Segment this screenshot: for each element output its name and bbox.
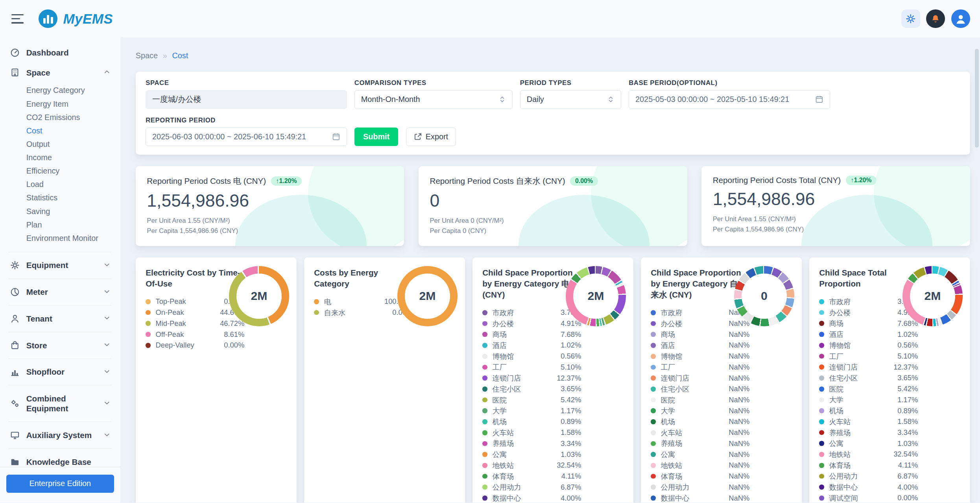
reporting-period-input[interactable]: 2025-06-03 00:00:00 ~ 2025-06-10 15:49:2…	[146, 128, 347, 146]
legend-item[interactable]: 酒店1.02%	[482, 340, 581, 351]
legend-item[interactable]: 公寓NaN%	[651, 449, 749, 460]
legend-label: 体育场	[661, 472, 683, 481]
legend-item[interactable]: 酒店NaN%	[651, 340, 749, 351]
legend-item[interactable]: 连锁门店12.37%	[482, 373, 581, 384]
settings-button[interactable]	[901, 9, 920, 28]
legend-item[interactable]: Off-Peak8.61%	[146, 329, 244, 340]
legend-item[interactable]: 工厂NaN%	[651, 362, 749, 373]
legend-item[interactable]: 机场NaN%	[651, 416, 749, 427]
nav-divider	[9, 385, 111, 385]
legend-dot-icon	[819, 299, 824, 304]
legend-label: 公寓	[829, 438, 844, 448]
legend-item[interactable]: 公用动力6.87%	[482, 482, 581, 493]
sidebar-item-store[interactable]: Store	[0, 335, 120, 355]
sidebar-item-output[interactable]: Output	[0, 137, 120, 151]
legend-item[interactable]: 地铁站32.54%	[482, 460, 581, 471]
sidebar-item-load[interactable]: Load	[0, 178, 120, 191]
legend-item[interactable]: 博物馆NaN%	[651, 351, 749, 362]
user-avatar[interactable]	[951, 9, 970, 28]
legend-item[interactable]: 医院NaN%	[651, 394, 749, 405]
legend-dot-icon	[482, 310, 487, 315]
sidebar-item-equipment[interactable]: Equipment	[0, 255, 120, 276]
legend-item[interactable]: 医院5.42%	[482, 394, 581, 405]
sidebar-item-plan[interactable]: Plan	[0, 218, 120, 231]
legend-item[interactable]: 公用动力NaN%	[651, 482, 749, 493]
sidebar-item-energy-item[interactable]: Energy Item	[0, 97, 120, 111]
enterprise-edition-button[interactable]: Enterprise Edition	[6, 475, 114, 493]
legend-item[interactable]: 工厂5.10%	[482, 362, 581, 373]
sidebar-item-combined-equipment[interactable]: Combined Equipment	[0, 388, 120, 418]
sidebar-item-shopfloor[interactable]: Shopfloor	[0, 362, 120, 382]
legend-item[interactable]: 博物馆0.56%	[482, 351, 581, 362]
submit-button[interactable]: Submit	[354, 128, 399, 146]
donut-chart[interactable]: 2M	[397, 266, 458, 326]
donut-chart[interactable]: 2M	[229, 266, 289, 326]
legend-item[interactable]: 机场0.89%	[482, 416, 581, 427]
scrollbar-thumb[interactable]	[975, 49, 979, 148]
sidebar-item-statistics[interactable]: Statistics	[0, 191, 120, 205]
legend-item[interactable]: 调试空间0.00%	[819, 492, 918, 503]
sidebar-item-dashboard[interactable]: Dashboard	[0, 43, 120, 63]
base-period-input[interactable]: 2025-05-03 00:00:00 ~ 2025-05-10 15:49:2…	[629, 90, 830, 109]
legend-item[interactable]: 住宅小区3.65%	[819, 373, 918, 384]
hamburger-menu-icon[interactable]	[11, 14, 24, 24]
legend-item[interactable]: 工厂5.10%	[819, 351, 918, 362]
legend-value: 32.54%	[893, 450, 918, 459]
legend-item[interactable]: 养殖场NaN%	[651, 438, 749, 449]
donut-chart[interactable]: 2M	[566, 266, 626, 326]
export-button[interactable]: Export	[406, 128, 456, 146]
legend-item[interactable]: 体育场4.11%	[819, 460, 918, 471]
summary-card: Reporting Period Costs 自来水 (CNY)0.00%0Pe…	[419, 166, 687, 246]
legend-item[interactable]: 火车站NaN%	[651, 427, 749, 438]
legend-item[interactable]: 公寓1.03%	[482, 449, 581, 460]
legend-item[interactable]: 大学1.17%	[482, 405, 581, 416]
legend-item[interactable]: 机场0.89%	[819, 405, 918, 416]
legend-item[interactable]: 公寓1.03%	[819, 438, 918, 449]
sidebar-item-efficiency[interactable]: Efficiency	[0, 165, 120, 178]
legend-item[interactable]: 医院5.42%	[819, 383, 918, 394]
sidebar-item-co2-emissions[interactable]: CO2 Emissions	[0, 111, 120, 124]
sidebar-item-saving[interactable]: Saving	[0, 205, 120, 218]
legend-item[interactable]: 住宅小区NaN%	[651, 383, 749, 394]
legend-item[interactable]: 地铁站32.54%	[819, 449, 918, 460]
notifications-button[interactable]	[926, 9, 945, 28]
donut-chart[interactable]: 0	[734, 266, 794, 326]
legend-item[interactable]: 养殖场3.34%	[819, 427, 918, 438]
legend-item[interactable]: 住宅小区3.65%	[482, 383, 581, 394]
legend-item[interactable]: 数据中心4.00%	[819, 482, 918, 493]
sidebar-item-auxiliary-system[interactable]: Auxiliary System	[0, 425, 120, 445]
legend-item[interactable]: 火车站1.58%	[819, 416, 918, 427]
legend-item[interactable]: 连锁门店12.37%	[819, 362, 918, 373]
legend-item[interactable]: 大学NaN%	[651, 405, 749, 416]
chart-card: Electricity Cost by Time-Of-UseTop-Peak0…	[136, 257, 297, 503]
comparison-types-select[interactable]: Month-On-Month	[354, 90, 513, 109]
legend-item[interactable]: 商场7.68%	[482, 329, 581, 340]
legend-item[interactable]: 火车站1.58%	[482, 427, 581, 438]
legend-item[interactable]: 博物馆0.56%	[819, 340, 918, 351]
period-types-select[interactable]: Daily	[520, 90, 621, 109]
legend-item[interactable]: 数据中心NaN%	[651, 493, 749, 503]
sidebar-item-energy-category[interactable]: Energy Category	[0, 84, 120, 97]
space-input[interactable]	[146, 90, 347, 109]
legend-item[interactable]: 地铁站NaN%	[651, 460, 749, 471]
legend-item[interactable]: 连锁门店NaN%	[651, 373, 749, 384]
legend-item[interactable]: 体育场NaN%	[651, 471, 749, 482]
sidebar-item-space[interactable]: Space	[0, 63, 120, 83]
legend-item[interactable]: Deep-Valley0.00%	[146, 340, 244, 351]
legend-item[interactable]: 商场NaN%	[651, 329, 749, 340]
sidebar-item-environment-monitor[interactable]: Environment Monitor	[0, 231, 120, 245]
sidebar-item-meter[interactable]: Meter	[0, 282, 120, 302]
legend-item[interactable]: 公用动力6.87%	[819, 471, 918, 482]
breadcrumb-space-link[interactable]: Space	[136, 51, 158, 60]
sidebar-item-cost[interactable]: Cost	[0, 124, 120, 137]
legend-item[interactable]: 数据中心4.00%	[482, 493, 581, 503]
app-logo[interactable]: MyEMS	[39, 9, 113, 28]
sidebar-item-income[interactable]: Income	[0, 151, 120, 164]
legend-item[interactable]: 酒店1.02%	[819, 329, 918, 340]
tenant-icon	[10, 314, 20, 324]
donut-chart[interactable]: 2M	[902, 266, 963, 326]
sidebar-item-tenant[interactable]: Tenant	[0, 309, 120, 329]
legend-item[interactable]: 养殖场3.34%	[482, 438, 581, 449]
legend-item[interactable]: 体育场4.11%	[482, 471, 581, 482]
legend-item[interactable]: 大学1.17%	[819, 394, 918, 405]
